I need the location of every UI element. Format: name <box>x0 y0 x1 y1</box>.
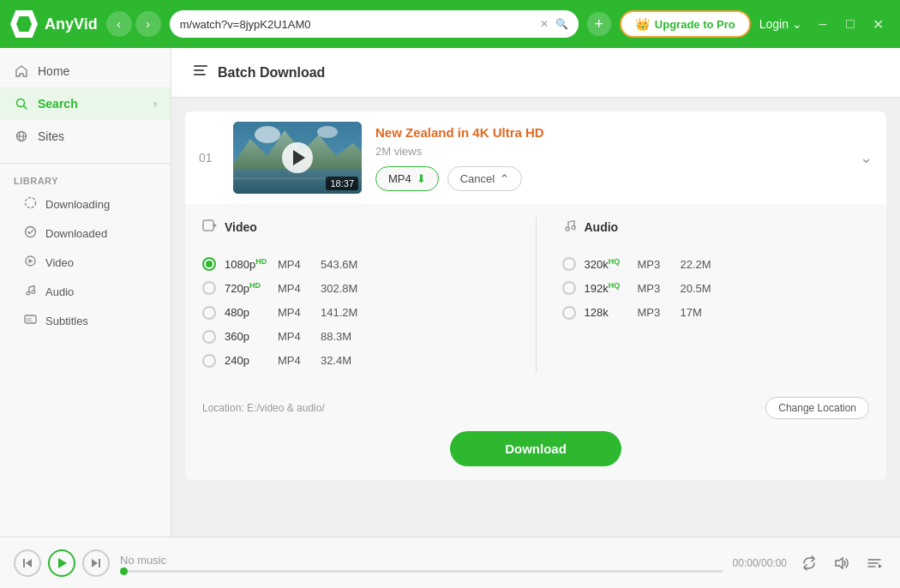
player-extra-controls <box>797 551 886 575</box>
audio-section-icon <box>562 218 578 237</box>
format-size-720p: 302.8M <box>321 282 357 295</box>
player-info: No music <box>120 554 723 573</box>
play-pause-button[interactable] <box>48 549 75 577</box>
content-area: Batch Download 01 <box>171 48 900 537</box>
sidebar-item-video-label: Video <box>45 256 74 269</box>
format-type-360p: MP4 <box>278 330 312 343</box>
video-thumbnail: 18:37 <box>233 122 362 194</box>
format-type-192k: MP3 <box>638 282 672 295</box>
next-button[interactable] <box>82 549 110 577</box>
sidebar: Home Search › Sites Library Downloa <box>0 48 171 537</box>
svg-point-5 <box>26 198 36 208</box>
format-radio-480p[interactable] <box>202 306 216 320</box>
titlebar: AnyVid ‹ › m/watch?v=8jypK2U1AM0 ✕ 🔍 + 👑… <box>0 0 900 48</box>
player-time: 00:00/00:00 <box>733 557 787 569</box>
repeat-button[interactable] <box>797 551 821 575</box>
format-quality-1080p: 1080pHD <box>225 257 269 271</box>
play-icon <box>58 558 67 568</box>
video-meta: New Zealand in 4K Ultra HD 2M views MP4 … <box>375 125 846 191</box>
new-tab-button[interactable]: + <box>587 12 611 36</box>
previous-button[interactable] <box>14 549 41 577</box>
close-button[interactable]: ✕ <box>866 12 890 36</box>
batch-icon <box>192 62 209 83</box>
audio-format-header: Audio <box>562 218 870 242</box>
sidebar-item-audio[interactable]: Audio <box>0 277 171 306</box>
video-actions: MP4 ⬇ Cancel ⌃ <box>375 166 846 191</box>
format-row-192k: 192kHQ MP3 20.5M <box>562 276 870 300</box>
download-footer: Location: E:/video & audio/ Change Locat… <box>185 387 886 480</box>
format-radio-240p[interactable] <box>202 354 216 368</box>
mp4-label: MP4 <box>388 172 411 185</box>
logo-icon <box>10 10 38 38</box>
volume-button[interactable] <box>830 551 854 575</box>
format-size-480p: 141.2M <box>321 306 357 319</box>
back-button[interactable]: ‹ <box>106 11 132 37</box>
format-row-128k: 128k MP3 17M <box>562 301 870 325</box>
format-type-720p: MP4 <box>278 282 312 295</box>
sidebar-item-sites[interactable]: Sites <box>0 120 171 153</box>
sidebar-item-downloaded[interactable]: Downloaded <box>0 219 171 248</box>
maximize-button[interactable]: □ <box>838 12 862 36</box>
format-type-1080p: MP4 <box>278 258 312 271</box>
format-row-240p: 240p MP4 32.4M <box>202 349 510 373</box>
video-icon <box>24 255 37 270</box>
format-type-480p: MP4 <box>278 306 312 319</box>
format-radio-360p[interactable] <box>202 330 216 344</box>
svg-rect-26 <box>23 559 25 567</box>
video-format-header: Video <box>202 218 510 242</box>
music-icon <box>24 284 37 299</box>
library-label: Library <box>0 167 171 189</box>
location-text: Location: E:/video & audio/ <box>202 402 325 414</box>
player-progress-bar[interactable] <box>120 570 723 573</box>
format-size-128k: 17M <box>681 306 702 319</box>
change-location-button[interactable]: Change Location <box>765 397 869 419</box>
format-radio-128k[interactable] <box>562 306 576 320</box>
cancel-button[interactable]: Cancel ⌃ <box>447 166 522 191</box>
url-bar[interactable]: m/watch?v=8jypK2U1AM0 ✕ 🔍 <box>170 10 579 38</box>
format-row-360p: 360p MP4 88.3M <box>202 325 510 349</box>
svg-rect-22 <box>203 220 213 231</box>
play-icon <box>293 150 305 165</box>
search-chevron-icon: › <box>153 98 157 110</box>
sidebar-item-video[interactable]: Video <box>0 248 171 277</box>
bottom-player: No music 00:00/00:00 <box>0 537 900 588</box>
format-quality-480p: 480p <box>225 306 269 319</box>
url-text: m/watch?v=8jypK2U1AM0 <box>180 18 533 31</box>
format-quality-360p: 360p <box>225 330 269 343</box>
batch-header: Batch Download <box>171 48 900 98</box>
format-columns: Video 1080pHD MP4 543.6M <box>202 218 869 373</box>
player-controls <box>14 549 110 577</box>
change-location-label: Change Location <box>778 402 856 414</box>
format-type-128k: MP3 <box>638 306 672 319</box>
format-size-320k: 22.2M <box>681 258 711 271</box>
search-url-icon[interactable]: 🔍 <box>555 18 568 30</box>
format-radio-192k[interactable] <box>562 281 576 295</box>
minimize-button[interactable]: – <box>811 12 835 36</box>
format-radio-720p[interactable] <box>202 281 216 295</box>
format-row-320k: 320kHQ MP3 22.2M <box>562 252 870 276</box>
upgrade-button[interactable]: 👑 Upgrade to Pro <box>620 10 751 38</box>
sidebar-item-home[interactable]: Home <box>0 55 171 87</box>
svg-point-9 <box>27 291 30 295</box>
playlist-button[interactable] <box>862 551 886 575</box>
batch-title: Batch Download <box>218 65 325 81</box>
mp4-button[interactable]: MP4 ⬇ <box>375 166 439 191</box>
download-button[interactable]: Download <box>450 431 621 466</box>
collapse-icon[interactable]: ⌄ <box>860 148 873 167</box>
window-controls: – □ ✕ <box>811 12 890 36</box>
sidebar-item-search[interactable]: Search › <box>0 87 171 120</box>
sidebar-item-downloading[interactable]: Downloading <box>0 189 171 219</box>
home-icon <box>14 63 29 79</box>
video-number: 01 <box>199 151 219 165</box>
format-radio-1080p[interactable] <box>202 257 216 271</box>
format-quality-192k: 192kHQ <box>585 281 629 295</box>
format-size-360p: 88.3M <box>321 330 351 343</box>
login-button[interactable]: Login ⌄ <box>759 17 802 31</box>
sidebar-item-subtitles[interactable]: CC Subtitles <box>0 306 171 335</box>
play-button[interactable] <box>282 142 313 173</box>
check-circle-icon <box>24 225 37 241</box>
forward-button[interactable]: › <box>135 11 161 37</box>
close-url-icon[interactable]: ✕ <box>540 18 549 30</box>
audio-section-label: Audio <box>585 220 619 234</box>
format-radio-320k[interactable] <box>562 257 576 271</box>
